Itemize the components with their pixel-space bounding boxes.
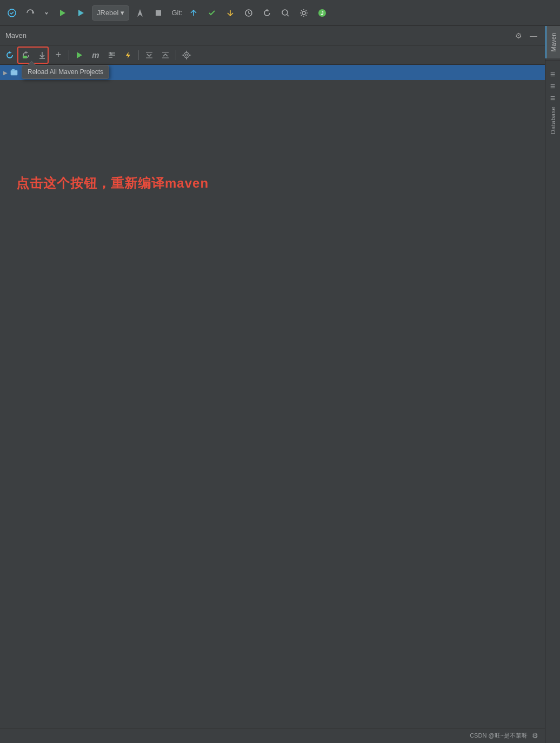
download-sources-button[interactable]: [35, 48, 50, 63]
svg-rect-28: [12, 69, 15, 71]
svg-point-26: [185, 54, 188, 56]
left-panel: Maven ⚙ —: [0, 26, 545, 743]
main-layout: Maven ⚙ —: [0, 26, 560, 743]
svg-point-8: [282, 10, 288, 15]
git-revert-icon[interactable]: [259, 5, 275, 21]
maven-m-button[interactable]: m: [88, 48, 103, 63]
lifecycle-button[interactable]: [104, 48, 119, 63]
maven-minimize-icon[interactable]: —: [528, 30, 539, 42]
annotation-text: 点击这个按钮，重新编译maven: [16, 175, 209, 192]
collapse-all-button[interactable]: [158, 48, 173, 63]
maven-panel-title: Maven: [5, 31, 512, 39]
dropdown-icon[interactable]: [41, 5, 52, 21]
right-sidebar: Maven ≡ ≡ ≡ Database: [545, 26, 560, 743]
maven-toolbar: + m: [0, 45, 545, 65]
top-toolbar: JRebel ▾ Git:: [0, 0, 560, 26]
run-maven-button[interactable]: [72, 48, 87, 63]
stop-icon[interactable]: [151, 5, 166, 21]
toolbar-divider-1: [69, 50, 69, 60]
lightning-button[interactable]: [121, 48, 136, 63]
git-commit-icon[interactable]: [204, 5, 219, 21]
git-section: Git:: [171, 5, 329, 21]
settings-maven-button[interactable]: [179, 48, 194, 63]
build-icon[interactable]: [4, 5, 19, 21]
svg-line-9: [287, 15, 289, 16]
maven-project-icon: [10, 68, 18, 77]
reload-partial-button[interactable]: [18, 48, 34, 63]
toolbar-divider-2: [138, 50, 139, 60]
svg-rect-13: [23, 56, 27, 58]
git-update-icon[interactable]: [186, 5, 201, 21]
sync-icon[interactable]: [23, 5, 38, 21]
maven-content: ▶: [0, 65, 545, 743]
jrebel-agent-icon[interactable]: J: [315, 5, 330, 21]
maven-panel-header: Maven ⚙ —: [0, 26, 545, 45]
svg-marker-21: [126, 52, 130, 58]
bookmark-icon[interactable]: [132, 5, 148, 21]
git-push-icon[interactable]: [223, 5, 238, 21]
search-icon[interactable]: [278, 5, 293, 21]
svg-point-10: [302, 11, 305, 15]
reload-tooltip: Reload All Maven Projects: [22, 65, 109, 79]
settings-icon[interactable]: [296, 5, 311, 21]
add-maven-button[interactable]: +: [51, 48, 66, 63]
maven-settings-icon[interactable]: ⚙: [512, 30, 524, 42]
sidebar-tab-database[interactable]: ≡ ≡ ≡ Database: [545, 63, 560, 141]
jrebel-button[interactable]: JRebel ▾: [92, 5, 129, 21]
svg-rect-4: [156, 10, 161, 16]
settings-bottom-icon[interactable]: ⚙: [532, 732, 538, 740]
svg-marker-2: [78, 10, 84, 16]
svg-marker-3: [137, 9, 143, 17]
run-icon[interactable]: [55, 5, 70, 21]
row-expand-icon[interactable]: ▶: [3, 70, 8, 76]
tooltip-text: Reload All Maven Projects: [28, 68, 103, 76]
toolbar-divider-3: [176, 50, 176, 60]
debug-icon[interactable]: [74, 5, 89, 21]
csdn-watermark: CSDN @旺~是不菜呀: [470, 732, 528, 740]
jrebel-label: JRebel: [97, 9, 118, 17]
database-tab-label: Database: [550, 107, 556, 134]
maven-header-icons: ⚙ —: [512, 30, 539, 42]
sidebar-tab-maven[interactable]: Maven: [545, 26, 560, 58]
git-history-icon[interactable]: [241, 5, 256, 21]
sidebar-divider: [545, 61, 560, 61]
svg-text:J: J: [321, 10, 324, 16]
git-label: Git:: [171, 9, 182, 17]
expand-all-button[interactable]: [142, 48, 157, 63]
bottom-bar: CSDN @旺~是不菜呀 ⚙: [0, 728, 545, 743]
maven-tab-label: Maven: [550, 32, 557, 52]
reload-maven-button[interactable]: [2, 48, 17, 63]
svg-marker-1: [60, 10, 65, 16]
svg-marker-15: [77, 52, 82, 58]
jrebel-dropdown-icon: ▾: [121, 9, 124, 17]
